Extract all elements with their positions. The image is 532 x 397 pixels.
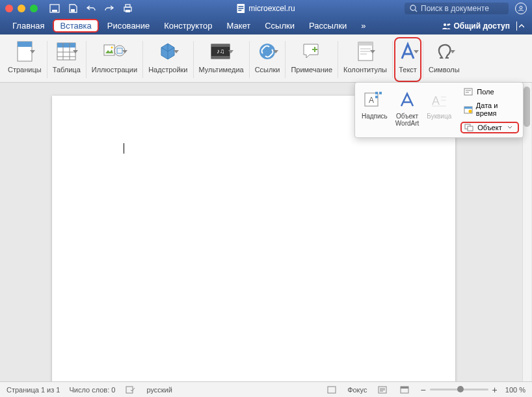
vertical-scrollbar[interactable] [522,83,531,381]
dropdown-field[interactable]: Поле [460,87,519,97]
share-button[interactable]: Общий доступ [442,21,510,31]
autosave-icon[interactable] [49,3,60,14]
ribbon-media[interactable]: ♪♫ Мультимедиа [195,37,248,82]
chevron-down-icon [370,50,375,53]
svg-rect-29 [379,92,382,94]
svg-rect-37 [468,126,473,131]
dropdown-wordart[interactable]: Объект WordArt [393,87,422,133]
chevron-down-icon [30,50,35,53]
doc-name-text: microexcel.ru [248,4,295,13]
chevron-down-icon [228,50,233,53]
search-placeholder: Поиск в документе [421,4,489,13]
view-print-icon[interactable] [376,384,389,396]
field-icon [463,87,473,96]
ribbon-collapse-button[interactable] [516,21,525,31]
user-account-icon[interactable] [515,3,527,14]
svg-rect-15 [104,45,114,55]
svg-point-35 [468,109,472,113]
svg-rect-20 [211,44,230,47]
svg-rect-18 [117,48,122,53]
svg-rect-12 [18,42,32,47]
svg-rect-25 [358,42,373,46]
zoom-value[interactable]: 100 % [505,386,525,394]
svg-rect-14 [57,43,75,48]
scrollbar-thumb[interactable] [524,87,530,127]
tab-draw[interactable]: Рисование [101,19,155,33]
tab-design[interactable]: Конструктор [158,19,218,33]
ribbon-addins[interactable]: Надстройки [144,37,191,82]
ribbon-tabs: Главная Вставка Рисование Конструктор Ма… [0,17,532,34]
calendar-icon [463,105,473,114]
spellcheck-icon[interactable] [124,384,137,396]
svg-rect-4 [126,5,130,7]
ribbon-header-footer[interactable]: Колонтитулы [339,37,391,82]
svg-text:A: A [369,96,374,105]
svg-rect-1 [52,10,57,12]
undo-icon[interactable] [86,3,96,14]
minimize-button[interactable] [18,5,25,12]
dropdown-item-label: Дата и время [476,102,516,117]
status-wordcount[interactable]: Число слов: 0 [69,386,115,394]
svg-point-7 [410,5,416,10]
ribbon-label: Колонтитулы [343,66,387,74]
dropdown-datetime[interactable]: Дата и время [460,101,519,118]
share-label: Общий доступ [453,21,510,31]
status-focus[interactable]: Фокус [347,386,367,394]
svg-rect-28 [375,92,378,94]
dropdown-dropcap: A Буквица [424,87,454,133]
zoom-slider[interactable] [430,389,488,390]
chevron-down-icon [122,50,127,53]
svg-rect-30 [375,96,378,98]
status-language[interactable]: русский [146,386,172,394]
text-cursor [124,143,124,154]
titlebar: microexcel.ru Поиск в документе [0,0,532,17]
print-icon[interactable] [122,3,133,14]
redo-icon[interactable] [104,3,114,14]
tab-references[interactable]: Ссылки [259,19,300,33]
zoom-out-button[interactable]: − [420,385,425,395]
dropdown-label: Буквица [427,113,451,120]
object-icon [464,123,474,132]
chevron-down-icon [414,50,419,53]
close-button[interactable] [5,5,13,12]
ribbon-label: Символы [429,66,460,74]
chevron-down-icon [273,50,278,53]
ribbon-illustrations[interactable]: Иллюстрации [88,37,141,82]
ribbon-label: Надстройки [148,66,187,74]
text-dropdown-panel: A Надпись Объект WordArt A Буквица Поле … [354,82,524,138]
ribbon-table[interactable]: Таблица [49,37,85,82]
zoom-in-button[interactable]: + [492,385,498,395]
maximize-button[interactable] [30,5,38,12]
tab-layout[interactable]: Макет [220,19,256,33]
search-box[interactable]: Поиск в документе [405,3,509,14]
tab-insert[interactable]: Вставка [53,19,98,33]
chevron-down-icon [174,50,179,53]
dropdown-label: Объект WordArt [395,113,419,127]
page[interactable] [52,96,455,381]
search-icon [410,5,418,12]
tab-mailings[interactable]: Рассылки [303,19,352,33]
dropdown-label: Надпись [362,113,388,120]
zoom-thumb[interactable] [457,386,464,392]
save-icon[interactable] [68,3,78,14]
ribbon-label: Иллюстрации [92,66,137,74]
document-title: microexcel.ru [237,4,295,13]
word-doc-icon [237,4,245,13]
dropdown-item-label: Объект [477,124,501,131]
ribbon-comment[interactable]: Примечание [287,37,336,82]
window-controls [5,5,38,12]
ribbon-text[interactable]: Текст [394,37,421,82]
chevron-down-icon [73,50,78,53]
ribbon-symbols[interactable]: Символы [425,37,464,82]
view-web-icon[interactable] [398,384,411,396]
focus-icon[interactable] [325,384,338,396]
ribbon-links[interactable]: Ссылки [251,37,284,82]
ribbon-pages[interactable]: Страницы [4,37,46,82]
dropdown-object[interactable]: Объект [460,122,519,133]
status-page[interactable]: Страница 1 из 1 [7,386,60,394]
tab-home[interactable]: Главная [7,19,50,33]
dropdown-textbox[interactable]: A Надпись [359,87,390,133]
share-people-icon [442,22,451,30]
svg-rect-2 [71,9,75,12]
tabs-overflow[interactable]: » [355,19,371,33]
